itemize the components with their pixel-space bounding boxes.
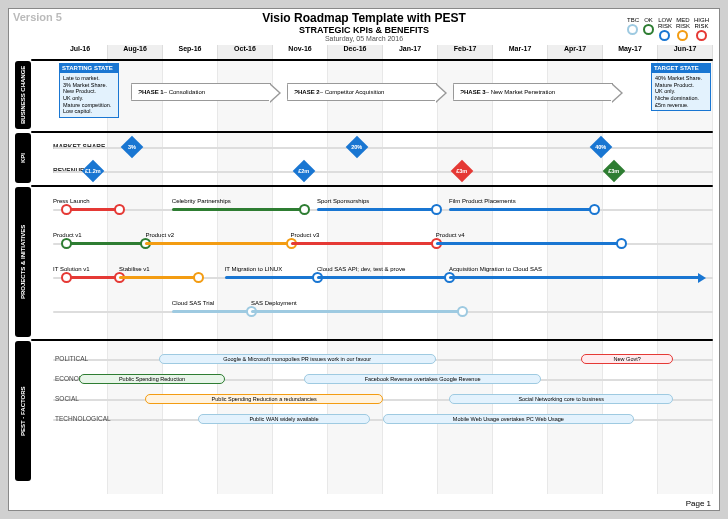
starting-state-box: STARTING STATELate to market.3% Market S…	[59, 63, 119, 118]
legend-item: OK	[643, 17, 654, 41]
pest-bar: Public Spending Reduction a redundancies	[145, 394, 383, 404]
project-bar	[317, 276, 449, 279]
milestone-ring	[457, 306, 468, 317]
project-bar	[449, 208, 594, 211]
pest-bar: Google & Microsoft monopolies PR issues …	[159, 354, 436, 364]
bar-label: Cloud SAS Trial	[172, 300, 214, 306]
section-business-change: BUSINESS CHANGE	[15, 61, 31, 129]
project-bar	[172, 208, 304, 211]
milestone-ring	[61, 238, 72, 249]
project-bar	[119, 276, 198, 279]
month-header: Feb-17	[438, 45, 493, 59]
project-bar	[172, 310, 251, 313]
legend-item: MED RISK	[676, 17, 690, 41]
month-header: Jan-17	[383, 45, 438, 59]
bar-label: Press Launch	[53, 198, 90, 204]
project-bar	[317, 208, 436, 211]
kpi-diamond: £3m	[603, 160, 626, 183]
bar-label: Cloud SAS API; dev, test & prove	[317, 266, 405, 272]
legend-item: HIGH RISK	[694, 17, 709, 41]
subtitle: STRATEGIC KPIs & BENEFITS	[9, 25, 719, 35]
bar-label: SAS Deployment	[251, 300, 297, 306]
bar-label: Sport Sponsorships	[317, 198, 369, 204]
legend: TBCOKLOW RISKMED RISKHIGH RISK	[627, 17, 709, 41]
separator	[31, 59, 713, 61]
bar-label: Product v3	[291, 232, 320, 238]
milestone-ring	[589, 204, 600, 215]
pest-row-label: POLITICAL	[55, 355, 88, 362]
legend-item: LOW RISK	[658, 17, 672, 41]
kpi-diamond: £2m	[292, 160, 315, 183]
month-header: Jun-17	[658, 45, 713, 59]
phase-3-arrow: PHASE 3 – New Market Penetration	[453, 83, 613, 101]
pest-row-label: TECHNOLOGICAL	[55, 415, 111, 422]
separator	[31, 185, 713, 187]
separator	[31, 131, 713, 133]
kpi-lane: MARKET SHARE3%20%40%REVENUE£1.2m£2m£3m£3…	[53, 135, 713, 185]
month-header: Nov-16	[273, 45, 328, 59]
kpi-diamond: £3m	[451, 160, 474, 183]
bar-label: Product v2	[145, 232, 174, 238]
target-state-box: TARGET STATE40% Market Share.Mature Prod…	[651, 63, 711, 111]
month-header: Dec-16	[328, 45, 383, 59]
kpi-diamond: 20%	[345, 136, 368, 159]
month-header: May-17	[603, 45, 658, 59]
section-pest: PEST - FACTORS	[15, 341, 31, 481]
milestone-ring	[616, 238, 627, 249]
timeline-header: Jul-16Aug-16Sep-16Oct-16Nov-16Dec-16Jan-…	[53, 45, 713, 59]
section-projects: PROJECTS & INITIATIVES	[15, 187, 31, 337]
bar-label: Product v4	[436, 232, 465, 238]
month-header: Aug-16	[108, 45, 163, 59]
month-header: Mar-17	[493, 45, 548, 59]
month-header: Sep-16	[163, 45, 218, 59]
bar-label: Celebrity Partnerships	[172, 198, 231, 204]
projects-lane: Press LaunchCelebrity PartnershipsSport …	[53, 197, 713, 337]
project-bar	[66, 208, 119, 211]
month-header: Oct-16	[218, 45, 273, 59]
month-header: Apr-17	[548, 45, 603, 59]
roadmap-sheet: Version 5 Visio Roadmap Template with PE…	[8, 8, 720, 511]
pest-bar: Public Spending Reduction	[79, 374, 224, 384]
milestone-ring	[299, 204, 310, 215]
bar-label: Acquisition Migration to Cloud SAS	[449, 266, 542, 272]
project-bar	[251, 310, 462, 313]
date-label: Saturday, 05 March 2016	[9, 35, 719, 42]
pest-bar: Public WAN widely available	[198, 414, 370, 424]
pest-bar: Facebook Revenue overtakes Google Revenu…	[304, 374, 542, 384]
bar-label: Stabilise v1	[119, 266, 150, 272]
milestone-ring	[61, 204, 72, 215]
milestone-ring	[114, 204, 125, 215]
phase-2-arrow: PHASE 2 – Competitor Acquisition	[287, 83, 437, 101]
arrow-end-icon	[698, 273, 706, 283]
project-bar	[145, 242, 290, 245]
phase-1-arrow: PHASE 1 – Consolidation	[131, 83, 271, 101]
bar-label: Film Product Placements	[449, 198, 516, 204]
version-label: Version 5	[13, 11, 62, 23]
page-title: Visio Roadmap Template with PEST	[9, 9, 719, 25]
legend-item: TBC	[627, 17, 639, 41]
kpi-diamond: 3%	[121, 136, 144, 159]
bar-label: IT Migration to LINUX	[225, 266, 283, 272]
milestone-ring	[61, 272, 72, 283]
project-bar	[66, 276, 119, 279]
month-header: Jul-16	[53, 45, 108, 59]
pest-bar: Mobile Web Usage overtakes PC Web Usage	[383, 414, 634, 424]
milestone-ring	[193, 272, 204, 283]
separator	[31, 339, 713, 341]
project-bar	[436, 242, 621, 245]
pest-lane: POLITICALGoogle & Microsoft monopolies P…	[53, 351, 713, 481]
project-bar	[225, 276, 317, 279]
pest-bar: New Govt?	[581, 354, 673, 364]
bar-label: IT Solution v1	[53, 266, 90, 272]
project-bar	[291, 242, 436, 245]
kpi-track	[53, 147, 713, 149]
kpi-diamond: £1.2m	[81, 160, 104, 183]
kpi-diamond: 40%	[589, 136, 612, 159]
pest-row-label: SOCIAL	[55, 395, 79, 402]
project-bar	[449, 276, 700, 279]
milestone-ring	[431, 204, 442, 215]
project-bar	[66, 242, 145, 245]
page-footer: Page 1	[686, 499, 711, 508]
pest-bar: Social Networking core to business	[449, 394, 673, 404]
section-kpi: KPI	[15, 133, 31, 183]
